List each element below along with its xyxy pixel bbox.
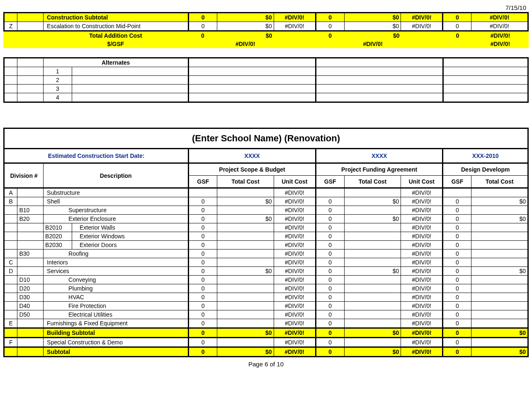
cell: 0: [189, 310, 217, 319]
cell: [217, 338, 274, 347]
cell: [471, 284, 528, 293]
group-1-header: Project Scope & Budget: [189, 163, 316, 176]
sub-div: B30: [17, 249, 44, 258]
cell: 0: [189, 267, 217, 276]
cell: 0: [316, 267, 344, 276]
cell: [344, 258, 401, 267]
div-code: [4, 276, 17, 284]
cell: #DIV/0!: [274, 22, 316, 31]
cell: $0: [471, 197, 528, 206]
alternates-table: Alternates 1 2 3 4: [3, 57, 529, 103]
div-code: [4, 215, 17, 223]
alt-num: 4: [44, 93, 72, 102]
cell: $0: [344, 13, 401, 22]
cell: #DIV/0!: [472, 40, 529, 48]
div-code: E: [4, 319, 17, 328]
description: Exterior Doors: [72, 241, 188, 249]
cell: #DIV/0!: [274, 241, 316, 249]
div-code: [4, 310, 17, 319]
cell: [217, 319, 274, 328]
cell: #DIV/0!: [472, 31, 529, 40]
cell: [217, 293, 274, 302]
table-row: D50Electrical Utilities0#DIV/0!0#DIV/0!0: [4, 310, 528, 319]
cell: 0: [316, 347, 344, 357]
cell: #DIV/0!: [274, 215, 316, 223]
cell: 0: [316, 197, 344, 206]
cell: 0: [189, 276, 217, 284]
cell: 0: [443, 197, 471, 206]
description: Fire Protection: [44, 302, 189, 310]
div-code: [4, 293, 17, 302]
cell: $0: [471, 328, 528, 338]
div-code: [4, 223, 17, 232]
cell: [344, 338, 401, 347]
cell: [401, 31, 443, 40]
building-subtotal-row: Building Subtotal 0 $0 #DIV/0! 0 $0 #DIV…: [4, 328, 528, 338]
sub-code: B2010: [44, 223, 72, 232]
building-subtotal-label: Building Subtotal: [44, 328, 189, 338]
cell: 0: [443, 284, 471, 293]
cell: #DIV/0!: [274, 206, 316, 215]
cell: 0: [316, 13, 344, 22]
cell: #DIV/0!: [401, 310, 443, 319]
cell: 0: [443, 206, 471, 215]
cell: #DIV/0!: [274, 338, 316, 347]
sub-gsf: GSF: [443, 176, 471, 188]
alternates-title: Alternates: [44, 58, 189, 67]
cell: #DIV/0!: [274, 284, 316, 293]
cell: 0: [189, 338, 217, 347]
gsf-label: $/GSF: [43, 40, 188, 48]
cell: 0: [189, 302, 217, 310]
description: HVAC: [44, 293, 189, 302]
cell: 0: [189, 284, 217, 293]
div-code: A: [4, 188, 17, 197]
div-code: B: [4, 197, 17, 206]
cell: #DIV/0!: [401, 293, 443, 302]
cell: 0: [316, 31, 345, 40]
cell: #DIV/0!: [274, 249, 316, 258]
sub-div: [17, 258, 44, 267]
table-row: ASubstructure#DIV/0!#DIV/0!: [4, 188, 528, 197]
cell: 0: [443, 347, 471, 357]
cell: 0: [189, 215, 217, 223]
cell: 0: [189, 258, 217, 267]
cell: [189, 188, 217, 197]
div-code: [4, 249, 17, 258]
cell: [217, 241, 274, 249]
cell: 0: [316, 276, 344, 284]
cell: #DIV/0!: [401, 223, 443, 232]
cell: [316, 188, 344, 197]
cell: 0: [189, 249, 217, 258]
cell: #DIV/0!: [401, 284, 443, 293]
cell: 0: [316, 258, 344, 267]
alternate-row: 3: [4, 85, 528, 93]
cell: #DIV/0!: [274, 232, 316, 241]
cell: $0: [344, 347, 401, 357]
total-addition-table: Total Addition Cost 0 $0 0 $0 0 #DIV/0! …: [3, 31, 529, 48]
cell: [344, 310, 401, 319]
table-row: B10Superstructure0#DIV/0!0#DIV/0!0: [4, 206, 528, 215]
cell: [471, 241, 528, 249]
cell: [471, 319, 528, 328]
cell: #DIV/0!: [274, 319, 316, 328]
description: Special Construction & Demo: [44, 338, 189, 347]
cell: [344, 276, 401, 284]
cell: $0: [345, 31, 401, 40]
table-row: BShell0$0#DIV/0!0$0#DIV/0!0$0: [4, 197, 528, 206]
cell: 0: [316, 22, 344, 31]
description: Furnishings & Fixed Equipment: [44, 319, 189, 328]
sub-div: [17, 319, 44, 328]
description: Shell: [44, 197, 189, 206]
cell: $0: [344, 267, 401, 276]
cell: #DIV/0!: [345, 40, 401, 48]
cell: 0: [316, 302, 344, 310]
total-addition-label: Total Addition Cost: [43, 31, 188, 40]
cell: 0: [443, 31, 472, 40]
cell: 0: [443, 328, 471, 338]
cell: [344, 319, 401, 328]
cell: 0: [189, 197, 217, 206]
cell: #DIV/0!: [401, 338, 443, 347]
table-row: CInteriors0#DIV/0!0#DIV/0!0: [4, 258, 528, 267]
group-3-header: Design Developm: [443, 163, 528, 176]
cell: #DIV/0!: [401, 197, 443, 206]
